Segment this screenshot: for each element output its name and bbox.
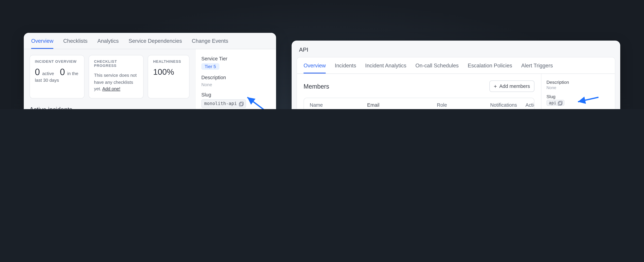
description-value: None [546,85,610,90]
slug-value: monolith-api [204,101,237,106]
col-actions: Actions [517,102,534,108]
add-members-label: Add members [500,83,530,89]
healthiness-value: 100% [153,68,184,76]
tab-escalation-policies[interactable]: Escalation Policies [468,58,512,74]
service-detail-panel: Overview Checklists Analytics Service De… [24,33,276,109]
tab-overview[interactable]: Overview [31,33,53,49]
tab-oncall-schedules[interactable]: On-call Schedules [415,58,458,74]
healthiness-title: HEALTHINESS [153,60,184,64]
checklist-progress-title: CHECKLIST PROGRESS [94,60,138,68]
team-detail-panel: API Overview Incidents Incident Analytic… [292,41,620,109]
col-email: Email [367,102,437,108]
members-header-row: Name Email Role Notifications Actions [304,98,534,109]
active-count: 0 [35,67,40,77]
description-label: Description [201,75,270,81]
service-sidebar: Service Tier Tier 5 Description None Slu… [195,49,276,109]
tab-checklists[interactable]: Checklists [63,33,88,49]
slug-chip[interactable]: api [546,100,564,106]
description-value: None [201,82,270,87]
last30-label: in the last 30 days [35,71,78,82]
active-label: active [42,71,54,76]
incident-overview-title: INCIDENT OVERVIEW [35,60,79,64]
tab-incidents[interactable]: Incidents [335,58,356,74]
last30-count: 0 [60,67,65,77]
members-title: Members [304,83,329,90]
tab-overview[interactable]: Overview [304,58,326,74]
copy-icon[interactable] [239,102,244,106]
service-tier-badge: Tier 5 [201,63,219,70]
active-incidents-title: Active incidents [30,106,190,109]
service-tabs: Overview Checklists Analytics Service De… [24,33,276,49]
healthiness-card: HEALTHINESS 100% [148,55,190,98]
incident-overview-card: INCIDENT OVERVIEW 0 active 0 in the last… [30,55,84,98]
tab-incident-analytics[interactable]: Incident Analytics [365,58,406,74]
add-members-button[interactable]: + Add members [489,80,534,92]
copy-icon[interactable] [558,101,562,105]
tab-service-dependencies[interactable]: Service Dependencies [128,33,182,49]
team-sidebar: Description None Slug api Slack Channel … [541,74,615,109]
tab-alert-triggers[interactable]: Alert Triggers [521,58,553,74]
slug-chip[interactable]: monolith-api [201,99,246,108]
plus-icon: + [494,84,497,89]
tab-analytics[interactable]: Analytics [98,33,119,49]
description-label: Description [546,80,610,85]
members-table: Name Email Role Notifications Actions VT… [304,98,534,109]
slug-label: Slug [201,92,270,98]
col-notifications: Notifications [490,102,517,108]
col-role: Role [437,102,490,108]
service-tier-label: Service Tier [201,56,270,62]
add-checklist-link[interactable]: Add one! [102,86,120,91]
page-title: API [292,41,620,57]
col-name: Name [310,102,367,108]
tab-change-events[interactable]: Change Events [192,33,228,49]
checklist-progress-card: CHECKLIST PROGRESS This service does not… [89,55,144,98]
slug-label: Slug [546,94,610,99]
team-tabs: Overview Incidents Incident Analytics On… [297,58,615,74]
slug-value: api [549,101,556,105]
